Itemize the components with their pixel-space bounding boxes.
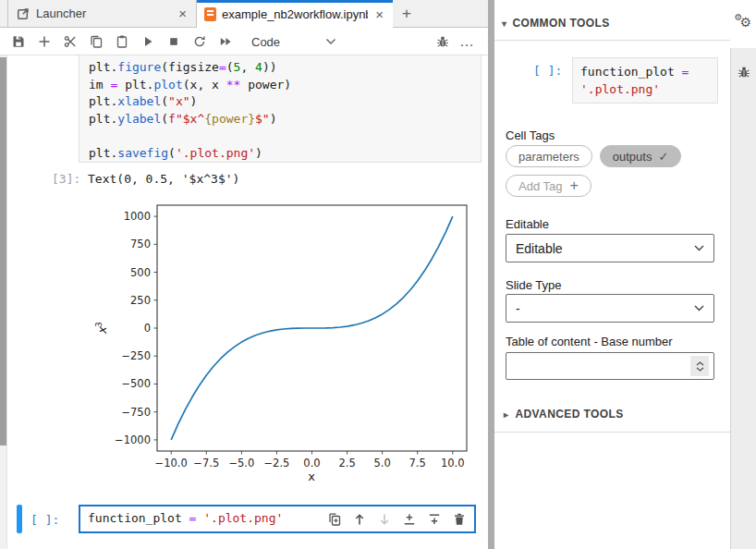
insert-cell-button[interactable]: [31, 30, 57, 54]
restart-kernel-button[interactable]: [187, 30, 213, 54]
notebook-file-icon: [204, 7, 216, 21]
code-line: im = plt.plot(x, x ** power): [89, 77, 481, 94]
plus-icon: +: [569, 177, 578, 194]
insert-above-icon: [402, 512, 417, 527]
duplicate-cell-button[interactable]: [327, 512, 342, 527]
svg-text:750: 750: [130, 238, 151, 250]
run-cell-button[interactable]: [135, 30, 161, 54]
svg-text:0: 0: [144, 322, 151, 335]
property-inspector-tab[interactable]: ⚙⚙: [730, 0, 756, 48]
selected-cell-preview: function_plot = '.plot.png': [572, 57, 718, 104]
copy-icon: [89, 34, 104, 49]
preview-code-line: '.plot.png': [580, 80, 710, 98]
tag-parameters[interactable]: parameters: [506, 145, 592, 167]
code-line: plt.savefig('.plot.png'): [89, 145, 481, 163]
output-prompt: [3]:: [52, 172, 80, 186]
cell-code: function_plot = '.plot.png': [88, 510, 283, 528]
tab-notebook[interactable]: example_nb2workflow.ipynb ×: [197, 0, 393, 29]
fast-forward-icon: [218, 34, 233, 49]
jupyterlab-window: Launcher × example_nb2workflow.ipynb × +: [0, 0, 756, 549]
svg-text:−750: −750: [121, 406, 151, 419]
run-icon: [140, 34, 155, 49]
arrow-down-icon: [377, 512, 392, 527]
tab-notebook-close-icon[interactable]: ×: [373, 7, 385, 21]
save-button[interactable]: [6, 30, 31, 54]
slide-type-select[interactable]: -: [506, 294, 714, 323]
copy-cells-button[interactable]: [83, 30, 109, 54]
property-inspector-panel: ▾ COMMON TOOLS [ ]: function_plot = '.pl…: [494, 0, 730, 549]
bug-icon: [435, 34, 450, 49]
cell-tags-label: Cell Tags: [506, 128, 555, 142]
move-cell-down-button[interactable]: [377, 512, 392, 527]
active-tab-indicator: [197, 0, 393, 3]
interrupt-kernel-button[interactable]: [161, 30, 187, 54]
tab-launcher-close-icon[interactable]: ×: [177, 6, 189, 20]
duplicate-icon: [327, 512, 342, 527]
tag-label: parameters: [518, 150, 579, 164]
add-tag-row: Add Tag +: [506, 175, 591, 197]
number-spinner[interactable]: [690, 356, 709, 376]
bug-icon: [737, 65, 751, 79]
cell-toolbar: [327, 512, 467, 527]
paste-cells-button[interactable]: [109, 30, 135, 54]
spinner-down-icon: [696, 367, 704, 372]
cut-cells-button[interactable]: [57, 30, 83, 54]
input-prompt: [ ]:: [30, 513, 59, 527]
common-tools-title: COMMON TOOLS: [512, 17, 609, 30]
plus-icon: [37, 34, 52, 49]
save-icon: [11, 34, 26, 49]
insert-cell-above-button[interactable]: [402, 512, 417, 527]
right-sidebar-strip: ⚙⚙: [730, 0, 756, 549]
common-tools-section-header[interactable]: ▾ COMMON TOOLS: [502, 17, 610, 30]
paste-icon: [115, 34, 129, 49]
scrollbar-thumb[interactable]: [0, 57, 6, 445]
collapse-triangle-icon: ▾: [502, 18, 506, 29]
svg-text:1000: 1000: [124, 210, 151, 223]
editable-label: Editable: [506, 217, 549, 231]
advanced-tools-title: ADVANCED TOOLS: [515, 408, 623, 421]
svg-text:−1000: −1000: [115, 433, 151, 446]
launcher-icon: [16, 6, 30, 21]
section-divider: [494, 432, 730, 433]
plot-line: [171, 216, 453, 440]
svg-text:2.5: 2.5: [338, 457, 355, 470]
code-cell-editor[interactable]: plt.figure(figsize=(5, 4)) im = plt.plot…: [79, 55, 482, 163]
svg-text:−2.5: −2.5: [263, 457, 289, 470]
preview-code-line: function_plot =: [580, 63, 710, 80]
notebook-scrollbar[interactable]: [0, 55, 7, 549]
cell-type-dropdown[interactable]: Code: [251, 35, 336, 49]
insert-cell-below-button[interactable]: [427, 512, 442, 527]
panel-resize-handle[interactable]: [488, 0, 494, 549]
selected-cell-editor[interactable]: function_plot = '.plot.png': [79, 505, 476, 533]
notebook-toolbar: Code …: [0, 29, 488, 55]
gears-icon: ⚙⚙: [735, 15, 753, 33]
debugger-toggle-button[interactable]: [430, 30, 456, 54]
toc-base-number-input[interactable]: [511, 353, 690, 379]
advanced-tools-section-header[interactable]: ▸ ADVANCED TOOLS: [504, 408, 624, 421]
insert-below-icon: [427, 512, 442, 527]
cell-output-row: [3]: Text(0, 0.5, '$x^3$'): [0, 172, 481, 189]
tab-notebook-label: example_nb2workflow.ipynb: [222, 7, 368, 21]
tab-launcher[interactable]: Launcher ×: [7, 0, 197, 27]
toc-base-number-label: Table of content - Base number: [506, 335, 673, 348]
tag-outputs[interactable]: outputs ✓: [600, 145, 682, 167]
add-tag-button[interactable]: Add Tag +: [506, 175, 591, 197]
cell-collapser[interactable]: [17, 505, 22, 533]
debugger-tab[interactable]: [731, 48, 756, 96]
spinner-up-icon: [696, 361, 704, 366]
restart-run-all-button[interactable]: [213, 30, 238, 54]
more-commands-button[interactable]: …: [459, 33, 479, 50]
x-axis-label: x: [308, 470, 315, 483]
move-cell-up-button[interactable]: [352, 512, 367, 527]
trash-icon: [452, 512, 467, 527]
svg-text:250: 250: [130, 294, 151, 307]
svg-text:−500: −500: [121, 377, 151, 390]
restart-icon: [192, 34, 207, 49]
add-tab-button[interactable]: +: [393, 0, 421, 27]
editable-select[interactable]: Editable: [506, 234, 714, 262]
code-line: [89, 128, 481, 145]
stop-icon: [166, 34, 181, 49]
svg-text:0.0: 0.0: [303, 457, 320, 470]
delete-cell-button[interactable]: [452, 512, 467, 527]
scissors-icon: [63, 34, 78, 49]
